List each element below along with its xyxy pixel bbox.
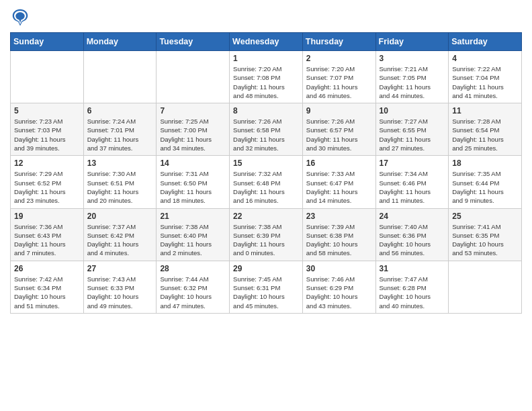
day-number: 3 bbox=[380, 54, 445, 63]
calendar-cell: 23Sunrise: 7:39 AM Sunset: 6:38 PM Dayli… bbox=[302, 208, 375, 261]
logo-icon bbox=[10, 7, 30, 27]
day-number: 16 bbox=[306, 158, 372, 168]
day-info: Sunrise: 7:34 AM Sunset: 6:46 PM Dayligh… bbox=[380, 169, 445, 205]
day-number: 14 bbox=[160, 158, 226, 168]
day-number: 13 bbox=[87, 158, 153, 168]
calendar-cell: 2Sunrise: 7:20 AM Sunset: 7:07 PM Daylig… bbox=[302, 51, 375, 103]
weekday-friday: Friday bbox=[375, 33, 449, 51]
day-info: Sunrise: 7:25 AM Sunset: 7:00 PM Dayligh… bbox=[160, 117, 226, 152]
day-number: 18 bbox=[452, 158, 518, 168]
day-number: 31 bbox=[380, 264, 445, 273]
day-info: Sunrise: 7:33 AM Sunset: 6:47 PM Dayligh… bbox=[306, 169, 372, 205]
day-number: 6 bbox=[87, 106, 153, 116]
day-info: Sunrise: 7:23 AM Sunset: 7:03 PM Dayligh… bbox=[14, 117, 80, 152]
calendar-cell: 6Sunrise: 7:24 AM Sunset: 7:01 PM Daylig… bbox=[83, 103, 157, 156]
calendar-cell: 30Sunrise: 7:46 AM Sunset: 6:29 PM Dayli… bbox=[302, 261, 375, 313]
day-info: Sunrise: 7:24 AM Sunset: 7:01 PM Dayligh… bbox=[87, 117, 153, 152]
day-info: Sunrise: 7:37 AM Sunset: 6:42 PM Dayligh… bbox=[87, 222, 153, 258]
day-info: Sunrise: 7:38 AM Sunset: 6:39 PM Dayligh… bbox=[233, 222, 299, 258]
calendar-cell: 14Sunrise: 7:31 AM Sunset: 6:50 PM Dayli… bbox=[157, 156, 230, 208]
calendar-cell: 10Sunrise: 7:27 AM Sunset: 6:55 PM Dayli… bbox=[375, 103, 449, 156]
calendar-cell: 31Sunrise: 7:47 AM Sunset: 6:28 PM Dayli… bbox=[375, 261, 449, 313]
weekday-saturday: Saturday bbox=[449, 33, 522, 51]
calendar-cell: 17Sunrise: 7:34 AM Sunset: 6:46 PM Dayli… bbox=[375, 156, 449, 208]
day-info: Sunrise: 7:31 AM Sunset: 6:50 PM Dayligh… bbox=[160, 169, 226, 205]
calendar-cell: 13Sunrise: 7:30 AM Sunset: 6:51 PM Dayli… bbox=[83, 156, 157, 208]
calendar-cell: 28Sunrise: 7:44 AM Sunset: 6:32 PM Dayli… bbox=[157, 261, 230, 313]
day-number: 30 bbox=[306, 264, 372, 273]
calendar-cell: 26Sunrise: 7:42 AM Sunset: 6:34 PM Dayli… bbox=[11, 261, 84, 313]
day-info: Sunrise: 7:35 AM Sunset: 6:44 PM Dayligh… bbox=[452, 169, 518, 205]
calendar-cell: 7Sunrise: 7:25 AM Sunset: 7:00 PM Daylig… bbox=[157, 103, 230, 156]
day-number: 7 bbox=[160, 106, 226, 116]
calendar-cell: 3Sunrise: 7:21 AM Sunset: 7:05 PM Daylig… bbox=[375, 51, 449, 103]
weekday-sunday: Sunday bbox=[11, 33, 84, 51]
day-number: 24 bbox=[380, 212, 445, 221]
calendar-cell: 5Sunrise: 7:23 AM Sunset: 7:03 PM Daylig… bbox=[11, 103, 84, 156]
day-info: Sunrise: 7:46 AM Sunset: 6:29 PM Dayligh… bbox=[306, 275, 372, 310]
calendar-cell: 24Sunrise: 7:40 AM Sunset: 6:36 PM Dayli… bbox=[375, 208, 449, 261]
day-info: Sunrise: 7:27 AM Sunset: 6:55 PM Dayligh… bbox=[380, 117, 445, 152]
day-number: 11 bbox=[452, 106, 518, 116]
calendar-table: SundayMondayTuesdayWednesdayThursdayFrid… bbox=[10, 32, 522, 314]
day-number: 1 bbox=[233, 54, 299, 63]
day-info: Sunrise: 7:38 AM Sunset: 6:40 PM Dayligh… bbox=[160, 222, 226, 258]
day-info: Sunrise: 7:42 AM Sunset: 6:34 PM Dayligh… bbox=[14, 275, 80, 310]
weekday-monday: Monday bbox=[83, 33, 157, 51]
calendar-cell bbox=[449, 261, 522, 313]
calendar-cell: 1Sunrise: 7:20 AM Sunset: 7:08 PM Daylig… bbox=[230, 51, 303, 103]
day-info: Sunrise: 7:28 AM Sunset: 6:54 PM Dayligh… bbox=[452, 117, 518, 152]
day-info: Sunrise: 7:36 AM Sunset: 6:43 PM Dayligh… bbox=[14, 222, 80, 258]
day-info: Sunrise: 7:26 AM Sunset: 6:58 PM Dayligh… bbox=[233, 117, 299, 152]
week-row-4: 19Sunrise: 7:36 AM Sunset: 6:43 PM Dayli… bbox=[11, 208, 522, 261]
calendar-cell: 20Sunrise: 7:37 AM Sunset: 6:42 PM Dayli… bbox=[83, 208, 157, 261]
calendar-cell: 21Sunrise: 7:38 AM Sunset: 6:40 PM Dayli… bbox=[157, 208, 230, 261]
calendar-cell: 4Sunrise: 7:22 AM Sunset: 7:04 PM Daylig… bbox=[449, 51, 522, 103]
week-row-2: 5Sunrise: 7:23 AM Sunset: 7:03 PM Daylig… bbox=[11, 103, 522, 156]
day-number: 21 bbox=[160, 212, 226, 221]
weekday-wednesday: Wednesday bbox=[230, 33, 303, 51]
day-number: 10 bbox=[380, 106, 445, 116]
day-number: 25 bbox=[452, 212, 518, 221]
day-info: Sunrise: 7:20 AM Sunset: 7:07 PM Dayligh… bbox=[306, 64, 372, 100]
day-number: 22 bbox=[233, 212, 299, 221]
calendar-cell: 29Sunrise: 7:45 AM Sunset: 6:31 PM Dayli… bbox=[230, 261, 303, 313]
day-number: 20 bbox=[87, 212, 153, 221]
calendar-cell: 18Sunrise: 7:35 AM Sunset: 6:44 PM Dayli… bbox=[449, 156, 522, 208]
day-number: 29 bbox=[233, 264, 299, 273]
calendar-cell: 11Sunrise: 7:28 AM Sunset: 6:54 PM Dayli… bbox=[449, 103, 522, 156]
weekday-thursday: Thursday bbox=[302, 33, 375, 51]
day-info: Sunrise: 7:21 AM Sunset: 7:05 PM Dayligh… bbox=[380, 64, 445, 100]
calendar-cell: 27Sunrise: 7:43 AM Sunset: 6:33 PM Dayli… bbox=[83, 261, 157, 313]
day-number: 4 bbox=[452, 54, 518, 63]
day-number: 19 bbox=[14, 212, 80, 221]
day-number: 26 bbox=[14, 264, 80, 273]
calendar-cell bbox=[83, 51, 157, 103]
calendar-cell bbox=[11, 51, 84, 103]
day-info: Sunrise: 7:20 AM Sunset: 7:08 PM Dayligh… bbox=[233, 64, 299, 100]
day-number: 27 bbox=[87, 264, 153, 273]
day-number: 15 bbox=[233, 158, 299, 168]
day-number: 5 bbox=[14, 106, 80, 116]
day-info: Sunrise: 7:22 AM Sunset: 7:04 PM Dayligh… bbox=[452, 64, 518, 100]
day-info: Sunrise: 7:43 AM Sunset: 6:33 PM Dayligh… bbox=[87, 275, 153, 310]
day-info: Sunrise: 7:29 AM Sunset: 6:52 PM Dayligh… bbox=[14, 169, 80, 205]
logo bbox=[10, 7, 33, 27]
day-info: Sunrise: 7:47 AM Sunset: 6:28 PM Dayligh… bbox=[380, 275, 445, 310]
calendar-cell bbox=[157, 51, 230, 103]
calendar-cell: 25Sunrise: 7:41 AM Sunset: 6:35 PM Dayli… bbox=[449, 208, 522, 261]
calendar-cell: 8Sunrise: 7:26 AM Sunset: 6:58 PM Daylig… bbox=[230, 103, 303, 156]
day-info: Sunrise: 7:26 AM Sunset: 6:57 PM Dayligh… bbox=[306, 117, 372, 152]
day-info: Sunrise: 7:45 AM Sunset: 6:31 PM Dayligh… bbox=[233, 275, 299, 310]
day-info: Sunrise: 7:40 AM Sunset: 6:36 PM Dayligh… bbox=[380, 222, 445, 258]
week-row-5: 26Sunrise: 7:42 AM Sunset: 6:34 PM Dayli… bbox=[11, 261, 522, 313]
calendar-cell: 15Sunrise: 7:32 AM Sunset: 6:48 PM Dayli… bbox=[230, 156, 303, 208]
day-info: Sunrise: 7:30 AM Sunset: 6:51 PM Dayligh… bbox=[87, 169, 153, 205]
day-number: 23 bbox=[306, 212, 372, 221]
day-number: 17 bbox=[380, 158, 445, 168]
day-number: 28 bbox=[160, 264, 226, 273]
calendar-cell: 22Sunrise: 7:38 AM Sunset: 6:39 PM Dayli… bbox=[230, 208, 303, 261]
calendar-cell: 19Sunrise: 7:36 AM Sunset: 6:43 PM Dayli… bbox=[11, 208, 84, 261]
day-info: Sunrise: 7:32 AM Sunset: 6:48 PM Dayligh… bbox=[233, 169, 299, 205]
day-info: Sunrise: 7:41 AM Sunset: 6:35 PM Dayligh… bbox=[452, 222, 518, 258]
